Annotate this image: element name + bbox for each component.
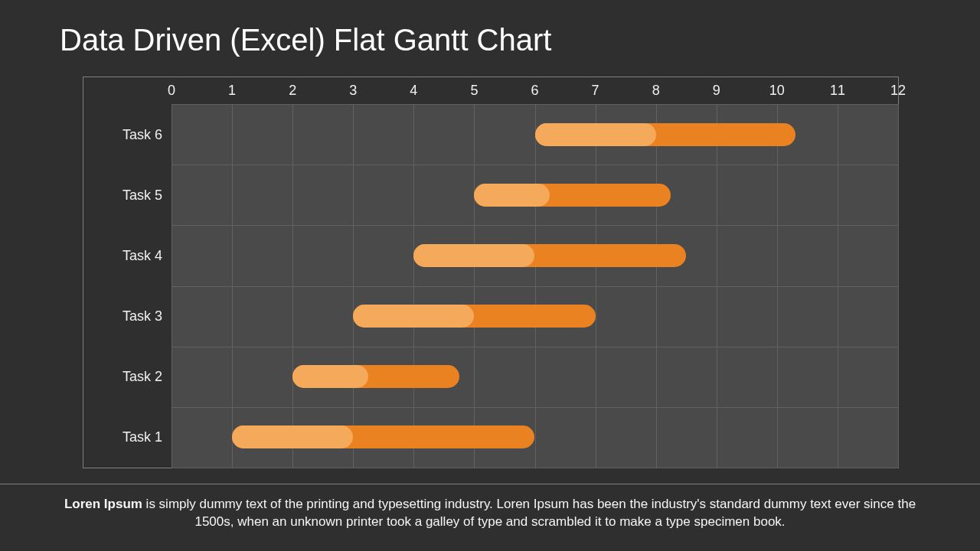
x-tick-label: 9 (713, 83, 720, 99)
gridline-horizontal (172, 104, 898, 105)
gantt-bar (535, 123, 795, 146)
x-tick-label: 3 (349, 83, 357, 99)
gantt-bar-progress (474, 184, 550, 207)
x-tick-label: 2 (289, 83, 296, 99)
x-tick-label: 0 (168, 83, 175, 99)
gridline-horizontal (172, 407, 898, 408)
y-tick-label: Task 4 (122, 247, 162, 263)
gantt-bar (353, 305, 595, 328)
x-tick-label: 10 (769, 83, 785, 99)
x-tick-label: 12 (890, 83, 906, 99)
y-tick-label: Task 3 (122, 308, 162, 324)
x-tick-label: 4 (410, 83, 417, 99)
gantt-bar (413, 244, 686, 267)
gantt-bar-progress (353, 305, 474, 328)
slide: Data Driven (Excel) Flat Gantt Chart Tas… (0, 0, 980, 551)
x-tick-label: 8 (652, 83, 660, 99)
footer-body: is simply dummy text of the printing and… (142, 497, 916, 529)
y-tick-label: Task 2 (122, 369, 162, 385)
gridline-horizontal (172, 468, 898, 468)
x-tick-label: 1 (228, 83, 236, 99)
x-tick-label: 11 (830, 83, 845, 99)
footer-lead: Loren Ipsum (64, 497, 142, 511)
gridline-horizontal (172, 347, 898, 347)
x-tick-label: 5 (470, 83, 478, 99)
gantt-bar-progress (292, 365, 368, 388)
x-tick-label: 6 (531, 83, 538, 99)
slide-title: Data Driven (Excel) Flat Gantt Chart (60, 23, 551, 57)
gridline-horizontal (172, 165, 898, 165)
gridline-vertical (898, 104, 899, 468)
y-tick-label: Task 5 (122, 187, 162, 203)
gridline-horizontal (172, 286, 898, 287)
plot-area: 0123456789101112 (172, 104, 898, 468)
gantt-bar-progress (535, 123, 656, 146)
gantt-bar (232, 425, 534, 448)
x-tick-label: 7 (592, 83, 599, 99)
gantt-chart: Task 6Task 5Task 4Task 3Task 2Task 1 012… (83, 77, 899, 468)
gantt-bar (292, 365, 459, 388)
footer-divider (0, 484, 980, 484)
gantt-bar-progress (413, 244, 534, 267)
y-tick-label: Task 1 (122, 429, 162, 445)
y-axis-labels: Task 6Task 5Task 4Task 3Task 2Task 1 (83, 104, 172, 468)
footer-text: Loren Ipsum is simply dummy text of the … (54, 496, 926, 531)
gridline-horizontal (172, 225, 898, 226)
gantt-bar-progress (232, 425, 353, 448)
gantt-bar (474, 184, 671, 207)
y-tick-label: Task 6 (122, 126, 162, 142)
